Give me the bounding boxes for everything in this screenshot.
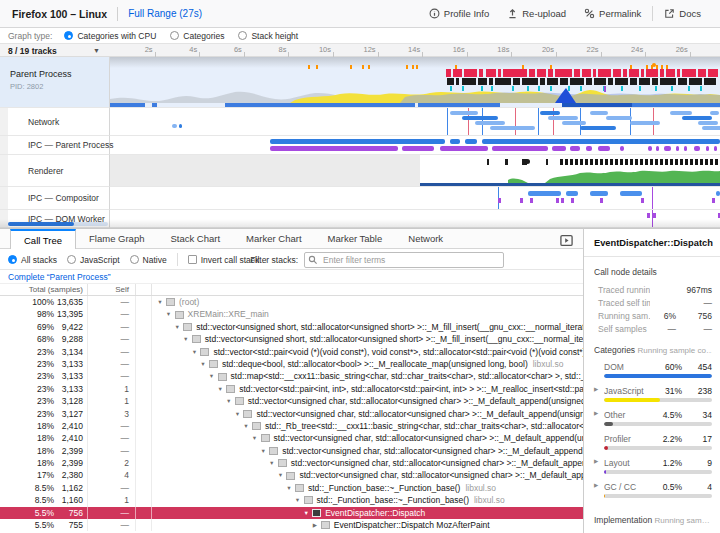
header-action-profile-info[interactable]: Profile Info — [420, 8, 498, 19]
track-label-ipc-compositor[interactable]: IPC — Compositor — [0, 187, 110, 210]
tab-flame-graph[interactable]: Flame Graph — [76, 229, 157, 248]
timeline-scrollbar-thumb[interactable] — [8, 222, 74, 226]
radio-icon — [170, 31, 179, 40]
tab-call-tree[interactable]: Call Tree — [10, 229, 76, 249]
graph-type-radio-stack-height[interactable]: Stack height — [238, 31, 298, 41]
collapse-icon[interactable]: ▼ — [190, 346, 198, 358]
table-row[interactable]: 23%3,1281▼std::vector<unsigned char, std… — [0, 395, 583, 407]
collapse-icon[interactable]: ▼ — [165, 308, 173, 320]
collapse-icon[interactable]: ▼ — [251, 432, 259, 444]
collapse-icon[interactable]: ▼ — [182, 333, 190, 345]
breadcrumb-root-link[interactable]: Complete “Parent Process” — [8, 272, 111, 282]
collapse-icon[interactable]: ▼ — [302, 507, 310, 519]
tracks-dropdown[interactable]: 8 / 19 tracks ▼ — [0, 44, 110, 57]
table-row[interactable]: 18%2,410—▼std::vector<unsigned char, std… — [0, 432, 583, 444]
radio-label: Categories — [183, 31, 224, 41]
compositor-tick-purple — [520, 198, 523, 203]
track-name: Network — [28, 117, 59, 127]
track-name: IPC — Compositor — [28, 193, 99, 203]
collapse-icon[interactable]: ▼ — [199, 358, 207, 370]
category-bar-fill — [604, 446, 608, 450]
table-row[interactable]: 23%3,1331▼std::vector<std::pair<int, int… — [0, 383, 583, 395]
track-viz-ipc-parent[interactable] — [110, 136, 720, 155]
table-row[interactable]: 23%3,1273▼std::vector<unsigned char, std… — [0, 408, 583, 420]
network-request-bar — [540, 111, 560, 115]
table-row[interactable]: 18%2,410—▼std::_Rb_tree<std::__cxx11::ba… — [0, 420, 583, 432]
track-gutter — [0, 210, 8, 227]
tab-network[interactable]: Network — [395, 229, 456, 248]
graph-type-radio-categories-with-cpu[interactable]: Categories with CPU — [64, 31, 156, 41]
table-row[interactable]: 5.5%755—▶EventDispatcher::Dispatch MozAf… — [0, 519, 583, 531]
track-viz-renderer[interactable] — [110, 155, 720, 187]
cell-icons — [136, 346, 152, 358]
ipc-bar-blue — [465, 139, 477, 144]
table-row[interactable]: 23%3,133—▼std::map<std::__cxx11::basic_s… — [0, 370, 583, 382]
track-label-network[interactable]: Network — [0, 108, 110, 136]
track-viz-ipc-compositor[interactable] — [110, 187, 720, 210]
table-row[interactable]: 100%13,635—▼(root) — [0, 296, 583, 308]
column-header-total[interactable]: Total (samples) — [0, 284, 88, 295]
graph-type-radio-categories[interactable]: Categories — [170, 31, 224, 41]
table-row[interactable]: 23%3,134—▼std::vector<std::pair<void (*)… — [0, 346, 583, 358]
column-header-self[interactable]: Self — [88, 284, 136, 295]
collapse-icon[interactable]: ▼ — [225, 395, 233, 407]
header-action-re-upload[interactable]: Re-upload — [498, 8, 575, 19]
table-row[interactable]: 8.5%1,1601▼std::_Function_base::~_Functi… — [0, 494, 583, 506]
marker-black — [560, 78, 568, 85]
collapse-icon[interactable]: ▼ — [208, 370, 216, 382]
tab-stack-chart[interactable]: Stack Chart — [157, 229, 233, 248]
header-action-permalink[interactable]: Permalink — [575, 8, 650, 19]
collapse-icon[interactable]: ▼ — [268, 457, 276, 469]
track-label-parent-process[interactable]: Parent Process PID: 2802 — [0, 57, 110, 108]
filter-stacks-input[interactable] — [304, 252, 504, 268]
expand-icon[interactable]: ▶ — [594, 386, 598, 392]
collapse-icon[interactable]: ▼ — [285, 482, 293, 494]
radio-label: JavaScript — [80, 255, 120, 265]
table-row[interactable]: 23%3,133—▼std::deque<bool, std::allocato… — [0, 358, 583, 370]
collapse-icon[interactable]: ▼ — [259, 445, 267, 457]
track-viz-ipc-domworker[interactable] — [110, 210, 720, 228]
collapse-icon[interactable]: ▼ — [242, 420, 250, 432]
collapse-icon[interactable]: ▼ — [156, 296, 164, 308]
full-range-link[interactable]: Full Range (27s) — [128, 8, 202, 19]
stack-radio-native[interactable]: Native — [130, 255, 167, 265]
timeline-scrollbar-track[interactable] — [8, 222, 108, 226]
expand-icon[interactable]: ▶ — [594, 410, 598, 416]
tab-marker-table[interactable]: Marker Table — [315, 229, 396, 248]
cell-function: ▼std::vector<unsigned char, std::allocat… — [152, 432, 583, 444]
collapse-icon[interactable]: ▼ — [233, 408, 241, 420]
stack-radio-all-stacks[interactable]: All stacks — [8, 255, 57, 265]
tab-marker-chart[interactable]: Marker Chart — [233, 229, 314, 248]
table-row[interactable]: 98%13,395—▼XREMain::XRE_main — [0, 308, 583, 320]
table-row[interactable]: 17%2,3804▼std::vector<unsigned char, std… — [0, 469, 583, 481]
function-name: std::_Rb_tree<std::__cxx11::basic_string… — [265, 420, 583, 432]
table-row[interactable]: 69%9,422—▼std::vector<unsigned short, st… — [0, 321, 583, 333]
implementation-heading: Implementation Running sam… — [594, 515, 712, 525]
categories-heading: Categories Running sample co… — [594, 345, 712, 355]
cell-total-percent: 18% — [0, 457, 54, 469]
category-swatch — [226, 385, 235, 393]
timeline-ruler[interactable]: 2s4s6s8s10s12s14s16s18s20s22s24s26s — [110, 44, 720, 57]
cell-total-samples: 13,395 — [54, 308, 88, 320]
track-label-ipc-parent[interactable]: IPC — Parent Process — [0, 136, 110, 155]
track-label-renderer[interactable]: Renderer — [0, 155, 110, 187]
table-row[interactable]: 5.5%756—▼EventDispatcher::Dispatch — [0, 507, 583, 519]
collapse-icon[interactable]: ▼ — [294, 494, 302, 506]
sidebar-toggle-button[interactable] — [560, 233, 573, 246]
track-viz-network[interactable] — [110, 108, 720, 136]
collapse-icon[interactable]: ▼ — [173, 321, 181, 333]
collapse-icon[interactable]: ▼ — [276, 469, 284, 481]
track-viz-parent-process[interactable] — [110, 57, 720, 108]
expand-icon[interactable]: ▶ — [594, 482, 598, 488]
expand-icon[interactable]: ▶ — [311, 519, 319, 531]
table-row[interactable]: 18%2,399—▼std::vector<unsigned char, std… — [0, 445, 583, 457]
collapse-icon[interactable]: ▼ — [216, 383, 224, 395]
jank-marker-red — [529, 69, 535, 77]
header-action-docs[interactable]: Docs — [655, 8, 710, 19]
table-row[interactable]: 68%9,288—▼std::vector<unsigned short, st… — [0, 333, 583, 345]
table-row[interactable]: 8.5%1,162—▼std::_Function_base::~_Functi… — [0, 482, 583, 494]
invert-call-stack-checkbox[interactable]: Invert call stack — [188, 255, 260, 265]
expand-icon[interactable]: ▶ — [594, 458, 598, 464]
table-row[interactable]: 18%2,3992▼std::vector<unsigned char, std… — [0, 457, 583, 469]
stack-radio-javascript[interactable]: JavaScript — [67, 255, 120, 265]
